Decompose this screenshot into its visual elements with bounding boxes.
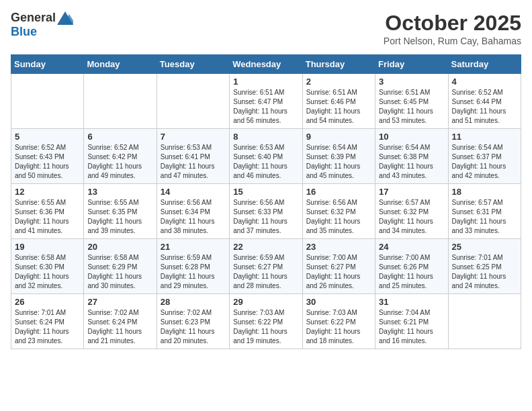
day-info: Sunrise: 7:02 AMSunset: 6:23 PMDaylight:… xyxy=(161,308,226,346)
calendar-cell: 19Sunrise: 6:58 AMSunset: 6:30 PMDayligh… xyxy=(11,239,84,294)
day-number: 28 xyxy=(161,297,226,307)
day-info: Sunrise: 7:01 AMSunset: 6:25 PMDaylight:… xyxy=(452,253,517,291)
weekday-header-sunday: Sunday xyxy=(11,55,84,74)
day-number: 21 xyxy=(161,242,226,252)
calendar-cell xyxy=(84,74,157,129)
calendar-cell: 31Sunrise: 7:04 AMSunset: 6:21 PMDayligh… xyxy=(375,294,448,349)
location-subtitle: Port Nelson, Rum Cay, Bahamas xyxy=(384,36,521,46)
day-info: Sunrise: 6:56 AMSunset: 6:33 PMDaylight:… xyxy=(233,198,298,236)
day-number: 19 xyxy=(15,242,80,252)
day-number: 13 xyxy=(87,187,152,197)
calendar-cell: 12Sunrise: 6:55 AMSunset: 6:36 PMDayligh… xyxy=(11,184,84,239)
calendar-cell: 28Sunrise: 7:02 AMSunset: 6:23 PMDayligh… xyxy=(157,294,229,349)
day-number: 31 xyxy=(379,297,444,307)
calendar-cell: 5Sunrise: 6:52 AMSunset: 6:43 PMDaylight… xyxy=(11,129,84,184)
calendar-cell: 29Sunrise: 7:03 AMSunset: 6:22 PMDayligh… xyxy=(230,294,302,349)
day-number: 10 xyxy=(379,132,444,142)
day-info: Sunrise: 7:00 AMSunset: 6:26 PMDaylight:… xyxy=(379,253,444,291)
day-number: 25 xyxy=(452,242,517,252)
calendar-cell xyxy=(448,294,521,349)
weekday-header-saturday: Saturday xyxy=(448,55,521,74)
day-info: Sunrise: 6:52 AMSunset: 6:44 PMDaylight:… xyxy=(452,88,517,126)
day-info: Sunrise: 6:56 AMSunset: 6:34 PMDaylight:… xyxy=(161,198,226,236)
day-number: 14 xyxy=(161,187,226,197)
day-number: 18 xyxy=(452,187,517,197)
day-number: 27 xyxy=(87,297,152,307)
calendar-cell: 4Sunrise: 6:52 AMSunset: 6:44 PMDaylight… xyxy=(448,74,521,129)
day-info: Sunrise: 6:51 AMSunset: 6:46 PMDaylight:… xyxy=(306,88,371,126)
logo-general-text: General xyxy=(11,11,56,25)
day-number: 6 xyxy=(87,132,152,142)
day-number: 15 xyxy=(233,187,298,197)
calendar-week-row: 5Sunrise: 6:52 AMSunset: 6:43 PMDaylight… xyxy=(11,129,521,184)
day-info: Sunrise: 6:59 AMSunset: 6:27 PMDaylight:… xyxy=(233,253,298,291)
title-area: October 2025 Port Nelson, Rum Cay, Baham… xyxy=(384,11,521,46)
day-number: 9 xyxy=(306,132,371,142)
calendar-header-row: SundayMondayTuesdayWednesdayThursdayFrid… xyxy=(11,55,521,74)
day-info: Sunrise: 6:54 AMSunset: 6:38 PMDaylight:… xyxy=(379,143,444,181)
logo-blue-text: Blue xyxy=(11,25,37,39)
calendar-table: SundayMondayTuesdayWednesdayThursdayFrid… xyxy=(11,54,521,349)
calendar-cell: 3Sunrise: 6:51 AMSunset: 6:45 PMDaylight… xyxy=(375,74,448,129)
day-number: 4 xyxy=(452,77,517,87)
calendar-cell: 8Sunrise: 6:53 AMSunset: 6:40 PMDaylight… xyxy=(230,129,302,184)
weekday-header-thursday: Thursday xyxy=(302,55,375,74)
day-info: Sunrise: 7:04 AMSunset: 6:21 PMDaylight:… xyxy=(379,308,444,346)
day-number: 26 xyxy=(15,297,80,307)
weekday-header-monday: Monday xyxy=(84,55,157,74)
logo-icon xyxy=(57,11,73,25)
day-info: Sunrise: 7:03 AMSunset: 6:22 PMDaylight:… xyxy=(233,308,298,346)
day-info: Sunrise: 6:52 AMSunset: 6:43 PMDaylight:… xyxy=(15,143,80,181)
day-number: 30 xyxy=(306,297,371,307)
month-title: October 2025 xyxy=(384,11,521,36)
day-info: Sunrise: 6:52 AMSunset: 6:42 PMDaylight:… xyxy=(87,143,152,181)
day-number: 11 xyxy=(452,132,517,142)
calendar-cell: 14Sunrise: 6:56 AMSunset: 6:34 PMDayligh… xyxy=(157,184,229,239)
calendar-cell: 15Sunrise: 6:56 AMSunset: 6:33 PMDayligh… xyxy=(230,184,302,239)
weekday-header-friday: Friday xyxy=(375,55,448,74)
day-info: Sunrise: 6:54 AMSunset: 6:37 PMDaylight:… xyxy=(452,143,517,181)
calendar-cell: 10Sunrise: 6:54 AMSunset: 6:38 PMDayligh… xyxy=(375,129,448,184)
day-info: Sunrise: 7:00 AMSunset: 6:27 PMDaylight:… xyxy=(306,253,371,291)
day-number: 8 xyxy=(233,132,298,142)
calendar-cell: 23Sunrise: 7:00 AMSunset: 6:27 PMDayligh… xyxy=(302,239,375,294)
day-info: Sunrise: 7:01 AMSunset: 6:24 PMDaylight:… xyxy=(15,308,80,346)
day-info: Sunrise: 6:58 AMSunset: 6:29 PMDaylight:… xyxy=(87,253,152,291)
calendar-cell: 18Sunrise: 6:57 AMSunset: 6:31 PMDayligh… xyxy=(448,184,521,239)
day-info: Sunrise: 6:51 AMSunset: 6:47 PMDaylight:… xyxy=(233,88,298,126)
day-number: 29 xyxy=(233,297,298,307)
calendar-cell: 7Sunrise: 6:53 AMSunset: 6:41 PMDaylight… xyxy=(157,129,229,184)
calendar-cell: 1Sunrise: 6:51 AMSunset: 6:47 PMDaylight… xyxy=(230,74,302,129)
day-number: 17 xyxy=(379,187,444,197)
day-info: Sunrise: 6:53 AMSunset: 6:40 PMDaylight:… xyxy=(233,143,298,181)
calendar-week-row: 26Sunrise: 7:01 AMSunset: 6:24 PMDayligh… xyxy=(11,294,521,349)
day-number: 22 xyxy=(233,242,298,252)
day-number: 24 xyxy=(379,242,444,252)
calendar-week-row: 12Sunrise: 6:55 AMSunset: 6:36 PMDayligh… xyxy=(11,184,521,239)
day-number: 16 xyxy=(306,187,371,197)
calendar-cell: 6Sunrise: 6:52 AMSunset: 6:42 PMDaylight… xyxy=(84,129,157,184)
day-number: 20 xyxy=(87,242,152,252)
calendar-cell xyxy=(157,74,229,129)
page-header: General Blue October 2025 Port Nelson, R… xyxy=(11,11,521,46)
day-info: Sunrise: 6:56 AMSunset: 6:32 PMDaylight:… xyxy=(306,198,371,236)
day-info: Sunrise: 6:58 AMSunset: 6:30 PMDaylight:… xyxy=(15,253,80,291)
calendar-cell: 2Sunrise: 6:51 AMSunset: 6:46 PMDaylight… xyxy=(302,74,375,129)
calendar-week-row: 1Sunrise: 6:51 AMSunset: 6:47 PMDaylight… xyxy=(11,74,521,129)
day-number: 7 xyxy=(161,132,226,142)
day-info: Sunrise: 6:57 AMSunset: 6:31 PMDaylight:… xyxy=(452,198,517,236)
calendar-cell: 27Sunrise: 7:02 AMSunset: 6:24 PMDayligh… xyxy=(84,294,157,349)
calendar-cell: 21Sunrise: 6:59 AMSunset: 6:28 PMDayligh… xyxy=(157,239,229,294)
calendar-cell: 9Sunrise: 6:54 AMSunset: 6:39 PMDaylight… xyxy=(302,129,375,184)
calendar-cell: 26Sunrise: 7:01 AMSunset: 6:24 PMDayligh… xyxy=(11,294,84,349)
day-info: Sunrise: 7:02 AMSunset: 6:24 PMDaylight:… xyxy=(87,308,152,346)
calendar-cell: 22Sunrise: 6:59 AMSunset: 6:27 PMDayligh… xyxy=(230,239,302,294)
calendar-cell: 25Sunrise: 7:01 AMSunset: 6:25 PMDayligh… xyxy=(448,239,521,294)
calendar-cell: 13Sunrise: 6:55 AMSunset: 6:35 PMDayligh… xyxy=(84,184,157,239)
day-info: Sunrise: 6:51 AMSunset: 6:45 PMDaylight:… xyxy=(379,88,444,126)
day-number: 1 xyxy=(233,77,298,87)
day-number: 12 xyxy=(15,187,80,197)
weekday-header-tuesday: Tuesday xyxy=(157,55,229,74)
day-number: 23 xyxy=(306,242,371,252)
calendar-cell: 24Sunrise: 7:00 AMSunset: 6:26 PMDayligh… xyxy=(375,239,448,294)
